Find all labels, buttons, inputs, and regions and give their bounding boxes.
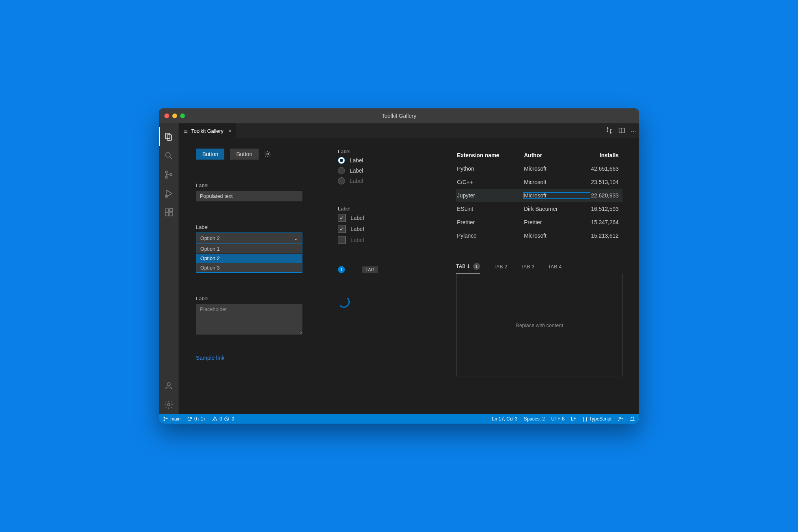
col-header-author[interactable]: Author — [523, 152, 590, 158]
cell-installs: 15,347,264 — [590, 219, 623, 225]
tab-4[interactable]: TAB 4 — [548, 263, 562, 273]
cell-name: C/C++ — [456, 179, 523, 185]
tab-2[interactable]: TAB 2 — [494, 263, 507, 273]
table-row[interactable]: PylanceMicrosoft15,213,612 — [456, 229, 623, 242]
svg-rect-10 — [165, 213, 168, 216]
list-icon: ≣ — [183, 128, 188, 134]
textarea-input[interactable] — [196, 304, 302, 335]
checkbox-option-3: Label — [338, 236, 421, 244]
minimize-window-button[interactable] — [172, 113, 177, 118]
maximize-window-button[interactable] — [180, 113, 185, 118]
status-sync-label: 0↓ 1↑ — [194, 416, 206, 422]
checkbox-label: Label — [351, 215, 364, 221]
col-header-name[interactable]: Extension name — [456, 152, 523, 158]
svg-rect-1 — [167, 135, 172, 140]
search-icon[interactable] — [159, 146, 179, 165]
svg-line-26 — [226, 418, 228, 420]
status-eol[interactable]: LF — [571, 416, 576, 422]
sample-link[interactable]: Sample link — [196, 355, 302, 361]
table-row[interactable]: JupyterMicrosoft22,620,933 — [456, 189, 623, 202]
text-field-label: Label — [196, 182, 302, 188]
checkbox-group: Label Label Label Label — [338, 206, 421, 247]
cell-installs: 15,213,612 — [590, 233, 623, 239]
primary-button[interactable]: Button — [196, 149, 224, 160]
account-icon[interactable] — [159, 376, 179, 395]
tab-label: TAB 2 — [494, 264, 507, 270]
tab-3[interactable]: TAB 3 — [521, 263, 535, 273]
close-window-button[interactable] — [164, 113, 169, 118]
tab-1[interactable]: TAB 1 1 — [456, 263, 480, 273]
checkbox-icon — [338, 214, 346, 222]
table-row[interactable]: PrettierPrettier15,347,264 — [456, 216, 623, 229]
svg-point-27 — [619, 417, 621, 419]
compare-changes-icon[interactable] — [606, 127, 613, 135]
text-field-group: Label — [196, 182, 302, 201]
checkbox-option-2[interactable]: Label — [338, 225, 421, 233]
secondary-button[interactable]: Button — [230, 149, 258, 160]
select-option[interactable]: Option 3 — [196, 263, 302, 272]
editor-area: ≣ Toolkit Gallery × ⋯ Button Button — [179, 123, 639, 414]
explorer-icon[interactable] — [159, 127, 179, 146]
source-control-icon[interactable] — [159, 165, 179, 184]
select-option[interactable]: Option 2 — [196, 253, 302, 263]
svg-point-20 — [164, 417, 164, 418]
status-errors-count: 0 — [220, 416, 222, 422]
extensions-icon[interactable] — [159, 203, 179, 222]
status-branch-label: main — [170, 416, 181, 422]
checkbox-icon — [338, 236, 346, 244]
radio-option-3: Label — [338, 177, 421, 184]
status-branch[interactable]: main — [163, 416, 181, 422]
table-header: Extension name Author Installs — [456, 149, 623, 162]
cell-name: Prettier — [456, 219, 523, 225]
status-problems[interactable]: 0 0 — [212, 416, 234, 422]
checkbox-option-1[interactable]: Label — [338, 214, 421, 222]
cell-installs: 23,513,104 — [590, 179, 623, 185]
radio-icon — [338, 167, 345, 174]
cell-name: Jupyter — [456, 192, 523, 199]
status-bell-icon[interactable] — [630, 416, 635, 422]
select-label: Label — [196, 224, 302, 230]
svg-point-5 — [166, 177, 168, 179]
column-right: Extension name Author Installs PythonMic… — [456, 149, 623, 376]
cell-author: Microsoft — [523, 179, 590, 185]
select-option[interactable]: Option 1 — [196, 244, 302, 253]
titlebar: Toolkit Gallery — [159, 108, 639, 123]
cell-author: Dirk Baeumer — [523, 206, 590, 212]
table-row[interactable]: C/C++Microsoft23,513,104 — [456, 175, 623, 189]
run-debug-icon[interactable] — [159, 184, 179, 203]
table-row[interactable]: PythonMicrosoft42,651,663 — [456, 162, 623, 175]
tab-label: TAB 1 — [456, 264, 470, 269]
tab-label: TAB 3 — [521, 264, 535, 270]
gear-icon[interactable] — [264, 151, 271, 158]
col-header-installs[interactable]: Installs — [590, 152, 623, 158]
split-editor-icon[interactable] — [618, 127, 625, 135]
cell-name: ESLint — [456, 206, 523, 212]
svg-point-24 — [214, 420, 215, 420]
cell-author: Microsoft — [523, 192, 590, 199]
svg-rect-0 — [166, 133, 170, 139]
cell-author: Microsoft — [523, 166, 590, 172]
settings-gear-icon[interactable] — [159, 395, 179, 414]
status-language[interactable]: { } TypeScript — [583, 416, 612, 422]
status-encoding[interactable]: UTF-8 — [551, 416, 565, 422]
window-controls — [164, 113, 185, 118]
svg-rect-11 — [169, 213, 172, 216]
radio-option-1[interactable]: Label — [338, 157, 421, 164]
radio-option-2[interactable]: Label — [338, 167, 421, 174]
status-cursor[interactable]: Ln 17, Col 3 — [492, 416, 518, 422]
status-indent[interactable]: Spaces: 2 — [524, 416, 545, 422]
radio-group-label: Label — [338, 149, 421, 154]
table-row[interactable]: ESLintDirk Baeumer16,512,593 — [456, 202, 623, 216]
status-feedback-icon[interactable] — [618, 416, 623, 422]
column-left: Button Button Label Label Option 2 — [196, 149, 302, 376]
close-tab-icon[interactable]: × — [228, 128, 231, 134]
svg-point-19 — [267, 153, 269, 155]
more-actions-icon[interactable]: ⋯ — [631, 128, 636, 134]
select-dropdown[interactable]: Option 2 ⌄ — [196, 233, 302, 244]
text-input[interactable] — [196, 191, 302, 201]
editor-tab-toolkit-gallery[interactable]: ≣ Toolkit Gallery × — [179, 123, 237, 138]
editor-content: Button Button Label Label Option 2 — [179, 138, 639, 414]
status-sync[interactable]: 0↓ 1↑ — [187, 416, 206, 422]
extensions-table: Extension name Author Installs PythonMic… — [456, 149, 623, 242]
tab-panel: TAB 1 1 TAB 2 TAB 3 TAB 4 Replace with c… — [456, 263, 623, 376]
